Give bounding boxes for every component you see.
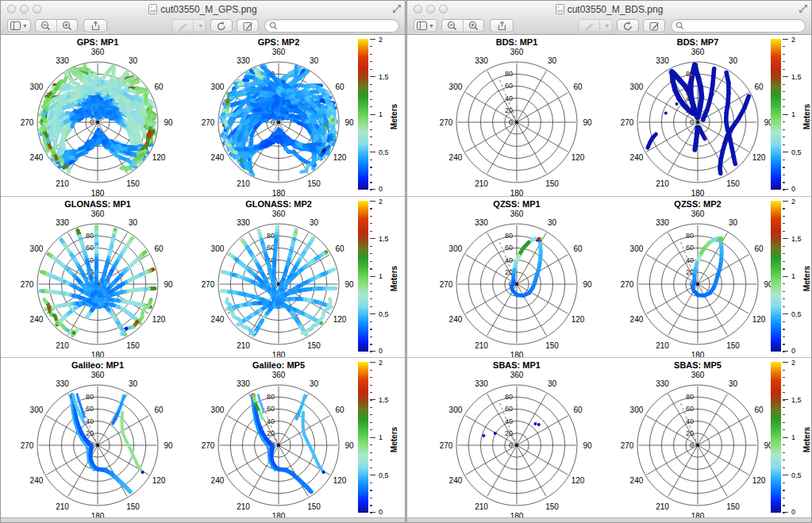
document-icon <box>148 4 157 14</box>
svg-text:360: 360 <box>272 371 286 379</box>
svg-text:60: 60 <box>574 83 583 91</box>
svg-text:330: 330 <box>56 56 69 65</box>
svg-text:80: 80 <box>505 393 513 401</box>
search-field[interactable] <box>264 19 399 33</box>
svg-text:300: 300 <box>211 244 225 253</box>
colorbar-tick: 1 <box>379 110 383 118</box>
colorbar-label: Meters <box>390 427 398 452</box>
edit-toolbar-button[interactable] <box>643 19 665 33</box>
svg-text:30: 30 <box>729 218 738 227</box>
chevron-down-icon: ▼ <box>429 23 434 29</box>
svg-text:210: 210 <box>656 179 669 188</box>
svg-text:270: 270 <box>440 118 453 127</box>
markup-pen-icon <box>178 21 188 31</box>
markup-pen-segment[interactable] <box>172 20 193 32</box>
svg-text:210: 210 <box>237 341 250 350</box>
svg-text:30: 30 <box>729 379 738 388</box>
svg-text:60: 60 <box>574 244 583 253</box>
svg-text:240: 240 <box>449 315 463 324</box>
markup-pen-menu[interactable]: ▼ <box>600 20 612 32</box>
sidebar-icon <box>417 21 427 30</box>
zoom-out-button[interactable] <box>442 20 463 32</box>
edit-toolbar-icon <box>243 21 253 31</box>
colorbar-tick: 0,5 <box>379 148 389 156</box>
rotate-left-button[interactable] <box>617 19 639 33</box>
svg-text:360: 360 <box>91 210 105 218</box>
svg-text:20: 20 <box>86 429 94 437</box>
sidebar-button[interactable]: ▼ <box>7 19 31 33</box>
zoom-in-button[interactable] <box>464 20 484 32</box>
svg-text:20: 20 <box>505 106 513 114</box>
svg-text:80: 80 <box>267 393 275 401</box>
svg-text:210: 210 <box>56 502 69 511</box>
svg-text:330: 330 <box>656 379 669 388</box>
svg-text:300: 300 <box>630 406 644 414</box>
share-button[interactable] <box>83 19 107 33</box>
svg-text:330: 330 <box>475 218 488 227</box>
rotate-left-button[interactable] <box>210 19 233 33</box>
colorbar-tick: 2 <box>379 198 383 206</box>
svg-text:90: 90 <box>164 118 173 127</box>
plot-row: Galileo: MP1 Galileo: MP5 36030609012015… <box>1 357 405 518</box>
edit-toolbar-button[interactable] <box>237 19 259 33</box>
svg-text:210: 210 <box>237 179 250 188</box>
markup-pen-button[interactable]: ▼ <box>171 19 206 33</box>
colorbar-label: Meters <box>390 104 398 129</box>
svg-text:150: 150 <box>126 502 140 511</box>
plot-row: BDS: MP1 BDS: MP7 3603060901201501802102… <box>407 35 811 196</box>
zoom-in-button[interactable] <box>57 20 78 32</box>
svg-text:0: 0 <box>90 118 94 126</box>
svg-text:120: 120 <box>152 476 166 485</box>
edit-toolbar-icon <box>649 21 660 31</box>
colorbar-tick: 0,5 <box>379 471 389 479</box>
svg-text:240: 240 <box>30 153 44 162</box>
window-chrome: cut03550_M_BDS.png ▼ ▼ <box>407 1 811 35</box>
polar-skyplot: 3603060901201501802102402703003302040608… <box>614 35 781 196</box>
colorbar-tick: 1 <box>791 110 795 118</box>
polar-skyplot: 3603060901201501802102402703003302040608… <box>614 358 781 519</box>
search-input[interactable] <box>684 21 805 31</box>
colorbar-tick: 1,5 <box>379 396 389 404</box>
plot-row: GLONASS: MP1 GLONASS: MP2 36030609012015… <box>1 196 405 357</box>
svg-text:20: 20 <box>267 429 275 437</box>
search-field[interactable] <box>671 19 806 33</box>
svg-text:240: 240 <box>30 315 44 324</box>
fullscreen-icon[interactable] <box>392 4 402 13</box>
svg-text:240: 240 <box>630 153 644 162</box>
window-titlebar[interactable]: cut03550_M_GPS.png <box>1 1 405 18</box>
svg-text:360: 360 <box>510 48 524 56</box>
colorbar: 2 1,5 1 0,5 0 Meters <box>358 201 407 356</box>
search-input[interactable] <box>278 21 398 31</box>
zoom-out-button[interactable] <box>36 20 56 32</box>
sidebar-icon <box>10 21 21 30</box>
svg-text:360: 360 <box>510 371 524 379</box>
window-toolbar: ▼ ▼ <box>1 18 405 34</box>
rotate-left-icon <box>216 21 227 31</box>
markup-pen-segment[interactable] <box>579 20 599 32</box>
svg-text:360: 360 <box>691 371 705 379</box>
svg-text:80: 80 <box>86 393 94 401</box>
svg-text:330: 330 <box>656 56 669 65</box>
markup-pen-icon <box>584 21 595 31</box>
svg-text:300: 300 <box>30 83 44 91</box>
search-icon <box>269 21 278 30</box>
svg-text:20: 20 <box>686 268 694 276</box>
svg-text:240: 240 <box>630 315 644 324</box>
fullscreen-icon[interactable] <box>799 4 808 13</box>
markup-pen-button[interactable]: ▼ <box>578 19 613 33</box>
svg-text:330: 330 <box>56 218 69 227</box>
colorbar-tick: 1,5 <box>791 235 802 243</box>
svg-text:80: 80 <box>86 232 94 240</box>
svg-text:300: 300 <box>30 406 44 414</box>
svg-text:40: 40 <box>686 417 694 425</box>
share-button[interactable] <box>490 19 514 33</box>
svg-text:120: 120 <box>333 476 347 485</box>
svg-text:80: 80 <box>686 393 694 401</box>
svg-text:300: 300 <box>211 406 225 414</box>
sidebar-button[interactable]: ▼ <box>414 19 437 33</box>
markup-pen-menu[interactable]: ▼ <box>194 20 206 32</box>
share-icon <box>497 21 507 31</box>
svg-text:60: 60 <box>686 244 694 252</box>
svg-text:360: 360 <box>691 210 705 218</box>
window-titlebar[interactable]: cut03550_M_BDS.png <box>407 1 811 18</box>
